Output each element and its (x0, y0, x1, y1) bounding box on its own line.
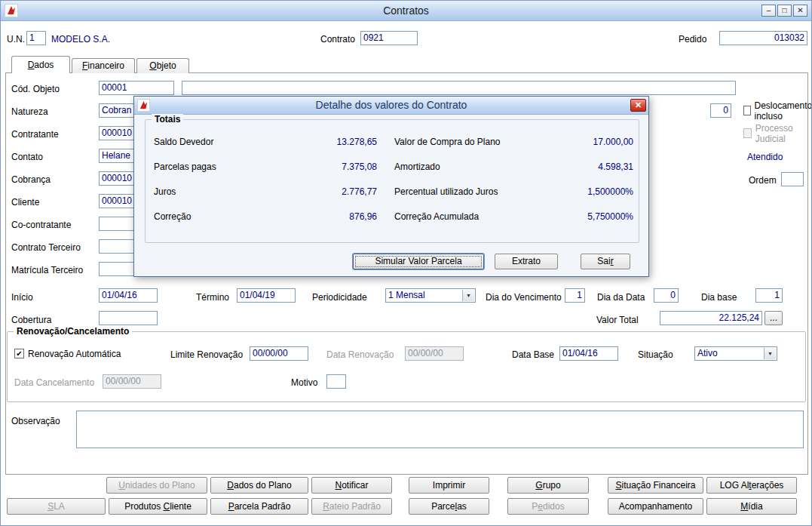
sair-button[interactable]: Sair (581, 254, 630, 269)
extrato-button[interactable]: Extrato (495, 254, 558, 269)
situacao-select[interactable]: Ativo ▼ (694, 346, 777, 361)
maximize-icon[interactable]: □ (777, 5, 792, 17)
contratos-window: Contratos – □ ✕ U.N. 1 MODELO S.A. Contr… (0, 0, 812, 526)
renovacao-group-title: Renovação/Cancelamento (14, 326, 132, 337)
cobertura-field[interactable] (99, 311, 158, 325)
totais-group-title: Totais (152, 114, 183, 125)
unidades-do-plano-button: Unidades do Plano (106, 477, 207, 494)
cobertura-label: Cobertura (11, 314, 51, 326)
midia-button[interactable]: Mídia (706, 498, 797, 515)
company-name: MODELO S.A. (51, 33, 110, 45)
check-icon: ✔ (14, 349, 24, 358)
inicio-label: Início (11, 291, 33, 303)
imprimir-button[interactable]: Imprimir (409, 477, 489, 494)
simular-valor-parcela-button[interactable]: Simular Valor Parcela (353, 254, 484, 269)
natureza-label: Natureza (11, 106, 48, 118)
valor-total-field[interactable]: 22.125,24 (660, 311, 762, 325)
termino-label: Término (196, 291, 229, 303)
un-label: U.N. (7, 33, 25, 45)
observacao-textarea[interactable] (76, 411, 804, 448)
saldo-devedor-label: Saldo Devedor (154, 136, 213, 148)
renovacao-automatica-label: Renovação Automática (28, 349, 121, 359)
acompanhamento-button[interactable]: Acompanhamento (608, 498, 703, 515)
checkbox-box (743, 128, 752, 138)
un-field[interactable]: 1 (26, 31, 46, 45)
deslocamento-incluso-label: Deslocamento incluso (755, 100, 812, 122)
motivo-field[interactable] (326, 374, 346, 389)
juros-value: 2.776,77 (247, 186, 377, 198)
data-base-field[interactable]: 01/04/16 (559, 346, 618, 361)
tab-dados[interactable]: Dados (11, 56, 70, 73)
data-cancelamento-label: Data Cancelamento (14, 377, 94, 389)
dia-base-field[interactable]: 1 (755, 288, 783, 303)
juros-label: Juros (154, 186, 176, 198)
detalhe-valores-dialog: Detalhe dos valores do Contrato ✕ Totais… (133, 96, 649, 277)
termino-field[interactable]: 01/04/19 (237, 288, 296, 303)
correcao-value: 876,96 (247, 211, 377, 223)
parcela-padrao-button[interactable]: Parcela Padrão (210, 498, 308, 515)
data-base-label: Data Base (512, 349, 554, 361)
contrato-field[interactable]: 0921 (360, 31, 418, 45)
inicio-field[interactable]: 01/04/16 (99, 288, 158, 303)
periodicidade-select[interactable]: 1 Mensal ▼ (385, 288, 476, 303)
dados-do-plano-button[interactable]: Dados do Plano (210, 477, 308, 494)
chevron-down-icon[interactable]: ▼ (462, 290, 474, 301)
cobranca-label: Cobrança (11, 174, 51, 186)
minimize-icon[interactable]: – (761, 5, 776, 17)
limite-renovacao-field[interactable]: 00/00/00 (250, 346, 308, 361)
situacao-label: Situação (638, 349, 673, 361)
dia-vencimento-field[interactable]: 1 (565, 288, 585, 303)
ordem-field[interactable] (781, 172, 804, 186)
chevron-down-icon[interactable]: ▼ (764, 348, 776, 359)
ordem-label: Ordem (749, 174, 777, 186)
deslocamento-incluso-checkbox[interactable]: Deslocamento incluso (743, 105, 812, 116)
dialog-title: Detalhe dos valores do Contrato (134, 97, 648, 114)
processo-judicial-checkbox: Processo Judicial (743, 128, 811, 139)
cod-objeto-field[interactable]: 00001 (99, 81, 174, 95)
contrato-label: Contrato (320, 33, 355, 45)
percentual-juros-label: Percentual utilizado Juros (394, 186, 498, 198)
log-alteracoes-button[interactable]: LOG Alterações (706, 477, 797, 494)
situacao-financeira-button[interactable]: Situação Financeira (608, 477, 703, 494)
percentual-juros-value: 1,500000% (510, 186, 633, 198)
contato-label: Contato (11, 151, 43, 163)
atendido-label: Atendido (747, 151, 783, 163)
data-cancelamento-field: 00/00/00 (103, 374, 161, 389)
notificar-button[interactable]: Notificar (311, 477, 392, 494)
produtos-cliente-button[interactable]: Produtos Cliente (109, 498, 207, 515)
rateio-padrao-button: Rateio Padrão (311, 498, 392, 515)
natureza-aux-field[interactable]: 0 (710, 103, 731, 118)
contratante-label: Contratante (11, 128, 59, 140)
dia-data-field[interactable]: 0 (654, 288, 679, 303)
renovacao-automatica-checkbox[interactable]: ✔ Renovação Automática (14, 348, 121, 359)
close-icon[interactable]: ✕ (793, 5, 807, 17)
motivo-label: Motivo (291, 377, 317, 389)
tab-objeto[interactable]: Objeto (136, 58, 189, 73)
correcao-acumulada-value: 5,750000% (510, 211, 633, 223)
pedido-label: Pedido (679, 33, 706, 45)
window-titlebar[interactable]: Contratos – □ ✕ (1, 1, 811, 21)
sla-button: SLA (7, 498, 106, 515)
data-renovacao-field: 00/00/00 (405, 346, 464, 361)
dia-vencimento-label: Dia do Vencimento (486, 291, 562, 303)
observacao-label: Observação (11, 415, 60, 427)
pedidos-button: Pedidos (507, 498, 589, 515)
dia-base-label: Dia base (701, 291, 737, 303)
amortizado-label: Amortizado (394, 161, 440, 173)
saldo-devedor-value: 13.278,65 (247, 136, 377, 148)
dialog-titlebar[interactable]: Detalhe dos valores do Contrato ✕ (134, 97, 648, 115)
valor-total-ellipsis-button[interactable]: ... (765, 311, 783, 325)
grupo-button[interactable]: Grupo (507, 477, 589, 494)
pedido-field[interactable]: 013032 (719, 31, 807, 45)
window-title: Contratos (1, 1, 811, 20)
data-renovacao-label: Data Renovação (326, 349, 394, 361)
tab-financeiro[interactable]: Financeiro (72, 58, 135, 73)
close-icon[interactable]: ✕ (630, 99, 646, 112)
valor-compra-plano-value: 17.000,00 (510, 136, 633, 148)
cod-objeto-desc-field[interactable] (182, 81, 736, 95)
matricula-terceiro-label: Matrícula Terceiro (11, 264, 83, 276)
periodicidade-value: 1 Mensal (388, 290, 425, 300)
dia-data-label: Dia da Data (597, 291, 645, 303)
parcelas-button[interactable]: Parcelas (409, 498, 489, 515)
correcao-label: Correção (154, 211, 191, 223)
